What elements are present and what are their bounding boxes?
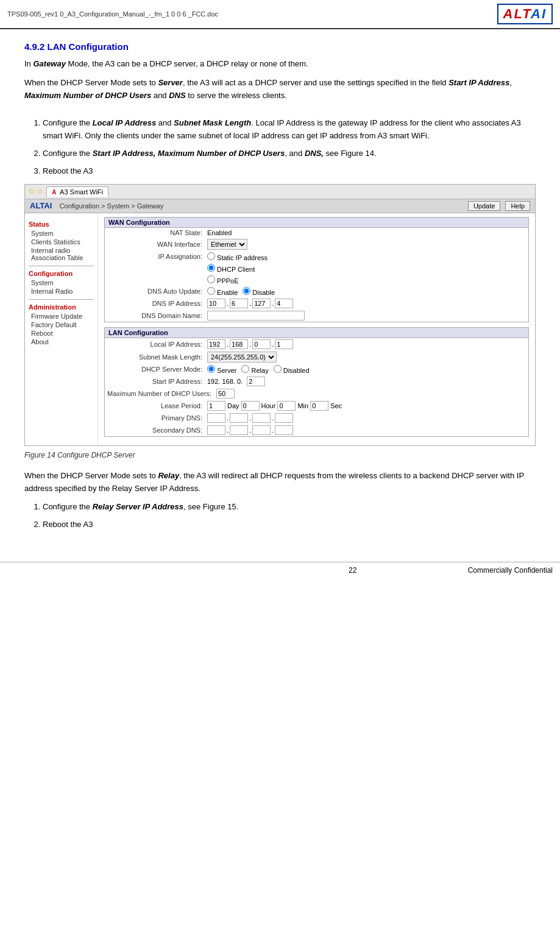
help-button[interactable]: Help [505,201,530,211]
secondary-dns-3[interactable] [252,425,271,435]
local-ip-4[interactable] [275,339,293,349]
primary-dns-4[interactable] [275,413,293,423]
local-ip-label: Local IP Address: [107,341,205,348]
step-1: Configure the Local IP Address and Subne… [43,117,536,143]
start-ip-prefix: 192. 168. 0. [207,378,244,385]
secondary-dns-4[interactable] [275,425,293,435]
wan-iface-row: WAN Interface: Ethernet [105,238,528,251]
step-2: Configure the Start IP Address, Maximum … [43,147,536,160]
primary-dns-row: Primary DNS: . . . [105,412,528,424]
wan-config-section: WAN Configuration NAT State: Enabled WAN… [104,217,529,322]
dhcp-disabled-radio[interactable] [274,365,282,373]
static-ip-radio[interactable] [207,252,215,260]
lease-period-group: Day Hour Min Sec [207,401,342,411]
max-users-label: Maximum Number of DHCP Users: [107,390,214,397]
start-ip-last[interactable] [247,377,265,386]
dhcp-mode-options: Server Relay Disabled [207,365,310,374]
primary-dns-label: Primary DNS: [107,414,205,422]
dns-enable-radio[interactable] [207,287,215,295]
sidebar-divider-2 [29,299,94,300]
subnet-select[interactable]: 24(255.255.255.0) [207,352,277,363]
dns-domain-label: DNS Domain Name: [107,312,205,319]
dhcp-relay-option[interactable]: Relay [241,365,268,374]
lease-period-row: Lease Period: Day Hour Min Sec [105,400,528,412]
dhcp-client-radio[interactable] [207,264,215,272]
primary-dns-3[interactable] [252,413,271,423]
lease-day-input[interactable] [207,401,225,411]
sidebar-item-internal-radio[interactable]: Internal Radio [29,287,94,296]
dns-ip-label: DNS IP Address: [107,300,205,307]
relay-intro: When the DHCP Server Mode sets to Relay,… [24,470,536,495]
static-ip-option[interactable]: Static IP address [207,252,268,261]
update-button[interactable]: Update [468,201,500,211]
dns-ip-1[interactable] [207,299,225,308]
subnet-row: Subnet Mask Length: 24(255.255.255.0) [105,350,528,364]
dhcp-relay-radio[interactable] [241,365,249,373]
dhcp-disabled-option[interactable]: Disabled [274,365,310,374]
lease-sec-input[interactable] [310,401,328,411]
ip-assign-row: IP Assignation: Static IP address [105,251,528,263]
browser-nav: ALTAI Configuration > System > Gateway U… [25,199,535,213]
sidebar-divider-1 [29,266,94,266]
sidebar-item-radio-table[interactable]: Internal radio Association Table [29,246,94,262]
secondary-dns-label: Secondary DNS: [107,427,205,434]
lan-section-header: LAN Configuration [105,328,528,338]
max-users-input[interactable] [216,389,235,398]
browser-toolbar: ✩ ✩ A A3 Smart WiFi [25,185,535,199]
subnet-label: Subnet Mask Length: [107,353,205,361]
pppoe-option[interactable]: PPPoE [207,275,239,285]
dhcp-server-option[interactable]: Server [207,365,236,374]
primary-dns-group: . . . [207,413,293,423]
page-header: TPS09-005_rev1 0_A3_Configuration_Manual… [0,0,560,29]
dhcp-client-option[interactable]: DHCP Client [207,264,255,273]
sidebar-item-factory-default[interactable]: Factory Default [29,320,94,329]
dns-domain-input[interactable] [207,311,305,320]
lease-min-input[interactable] [277,401,296,411]
start-ip-row: Start IP Address: 192. 168. 0. [105,375,528,388]
pppoe-radio[interactable] [207,275,215,283]
dns-disable-option[interactable]: Disable [243,287,275,296]
lease-day-label: Day [227,402,239,409]
wan-iface-select[interactable]: Ethernet [207,239,247,250]
dns-ip-3[interactable] [252,299,271,308]
dns-disable-radio[interactable] [243,287,250,295]
dns-ip-group: . . . [207,299,293,308]
main-panel: WAN Configuration NAT State: Enabled WAN… [98,213,535,445]
dns-ip-2[interactable] [230,299,248,308]
secondary-dns-row: Secondary DNS: . . . [105,424,528,436]
sidebar-item-firmware-update[interactable]: Firmware Update [29,312,94,320]
dns-enable-option[interactable]: Enable [207,287,238,296]
dns-auto-row: DNS Auto Update: Enable Disable [105,286,528,297]
sidebar-item-system-config[interactable]: System [29,278,94,287]
dhcp-mode-row: DHCP Server Mode: Server Relay Disabled [105,364,528,375]
star-icons: ✩ ✩ [29,187,43,196]
main-content: 4.9.2 LAN Configuration In Gateway Mode,… [0,29,560,550]
section-heading: 4.9.2 LAN Configuration [24,41,536,52]
local-ip-3[interactable] [252,339,271,349]
nat-state-label: NAT State: [107,229,205,236]
lan-config-section: LAN Configuration Local IP Address: . . … [104,327,529,437]
dhcp-server-radio[interactable] [207,365,215,373]
sidebar-admin-label: Administration [29,303,94,311]
dns-ip-4[interactable] [275,299,293,308]
primary-dns-1[interactable] [207,413,225,423]
relay-step-2: Reboot the A3 [43,519,536,531]
pppoe-row: PPPoE [105,274,528,286]
dhcp-client-row: DHCP Client [105,263,528,274]
local-ip-2[interactable] [230,339,248,349]
lease-min-label: Min [297,402,308,409]
sidebar-item-system-status[interactable]: System [29,229,94,238]
intro-paragraph-2: When the DHCP Server Mode sets to Server… [24,77,536,102]
altai-favicon: A [52,189,56,196]
primary-dns-2[interactable] [230,413,248,423]
secondary-dns-2[interactable] [230,425,248,435]
document-title: TPS09-005_rev1 0_A3_Configuration_Manual… [7,10,218,18]
lease-hour-input[interactable] [241,401,260,411]
local-ip-row: Local IP Address: . . . [105,338,528,350]
sidebar-item-about[interactable]: About [29,338,94,346]
secondary-dns-1[interactable] [207,425,225,435]
start-ip-label: Start IP Address: [107,378,205,385]
sidebar-item-reboot[interactable]: Reboot [29,329,94,338]
local-ip-1[interactable] [207,339,225,349]
sidebar-item-clients-stats[interactable]: Clients Statistics [29,238,94,246]
